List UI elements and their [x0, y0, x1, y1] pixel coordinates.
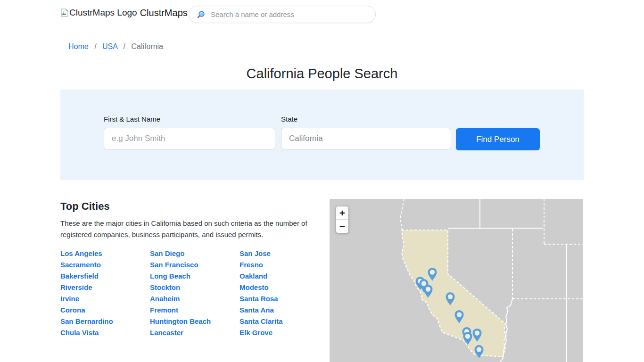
city-link[interactable]: Irvine: [60, 293, 113, 304]
breadcrumb-separator: /: [94, 42, 96, 50]
map-markers-layer: [330, 199, 583, 362]
city-link[interactable]: Corona: [60, 304, 113, 316]
city-link[interactable]: Los Angeles: [60, 248, 113, 259]
logo-alt-text: ClustrMaps Logo: [69, 8, 137, 18]
page-title: California People Search: [0, 66, 644, 82]
name-input[interactable]: [104, 128, 275, 149]
top-cities-heading: Top Cities: [60, 200, 110, 213]
city-link[interactable]: Sacramento: [60, 259, 113, 271]
zoom-out-button[interactable]: −: [336, 220, 348, 233]
search-icon: [197, 10, 205, 18]
city-link[interactable]: Anaheim: [150, 293, 211, 304]
city-link[interactable]: Santa Ana: [239, 304, 283, 316]
city-link[interactable]: Modesto: [239, 282, 283, 293]
state-input[interactable]: [281, 128, 451, 149]
breadcrumb: Home / USA / California: [68, 42, 163, 51]
city-column-2: San Diego San Francisco Long Beach Stock…: [150, 248, 211, 338]
find-person-button[interactable]: Find Person: [456, 128, 540, 150]
city-link[interactable]: Stockton: [150, 282, 211, 293]
city-link[interactable]: Huntington Beach: [150, 316, 211, 327]
city-link[interactable]: Fremont: [150, 304, 211, 316]
logo-text: ClustrMaps: [140, 8, 188, 18]
name-field-label: First & Last Name: [104, 115, 275, 123]
california-people-search-page: ClustrMaps Logo ClustrMaps Home / USA / …: [0, 0, 644, 362]
breadcrumb-separator: /: [124, 42, 125, 50]
city-link[interactable]: San Bernardino: [60, 316, 113, 327]
city-link[interactable]: San Jose: [239, 248, 283, 259]
california-map[interactable]: + −: [330, 199, 583, 362]
city-link[interactable]: San Francisco: [150, 259, 211, 271]
city-link[interactable]: Santa Clarita: [239, 316, 283, 327]
city-link[interactable]: Chula Vista: [60, 327, 113, 338]
map-marker-pin[interactable]: [474, 345, 484, 359]
map-zoom-control: + −: [336, 206, 349, 233]
city-link[interactable]: Long Beach: [150, 271, 211, 282]
breadcrumb-home[interactable]: Home: [68, 42, 89, 50]
map-marker-pin[interactable]: [454, 310, 464, 324]
city-link[interactable]: Lancaster: [150, 327, 211, 338]
header-search: [189, 6, 376, 23]
header: ClustrMaps Logo ClustrMaps: [0, 0, 644, 29]
city-link[interactable]: San Diego: [150, 248, 211, 259]
broken-image-icon: [60, 8, 69, 19]
map-marker-pin[interactable]: [423, 284, 433, 298]
city-column-1: Los Angeles Sacramento Bakersfield River…: [60, 248, 113, 338]
city-link[interactable]: Santa Rosa: [239, 293, 283, 304]
breadcrumb-current: California: [131, 42, 163, 50]
city-link[interactable]: Oakland: [239, 271, 283, 282]
logo-link[interactable]: ClustrMaps Logo ClustrMaps: [60, 8, 188, 19]
breadcrumb-usa[interactable]: USA: [102, 42, 117, 50]
city-link[interactable]: Elk Grove: [239, 327, 283, 338]
city-link[interactable]: Bakersfield: [60, 271, 113, 282]
city-column-3: San Jose Fresno Oakland Modesto Santa Ro…: [239, 248, 283, 338]
map-marker-pin[interactable]: [472, 328, 482, 342]
search-input[interactable]: [211, 10, 369, 18]
map-marker-pin[interactable]: [462, 331, 473, 346]
city-link[interactable]: Riverside: [60, 282, 113, 293]
zoom-in-button[interactable]: +: [336, 206, 348, 220]
city-link[interactable]: Fresno: [239, 259, 283, 271]
people-search-form: First & Last Name State Find Person: [60, 90, 584, 180]
top-cities-description: These are the major cities in California…: [60, 218, 317, 240]
map-marker-pin[interactable]: [445, 292, 455, 306]
state-field-label: State: [281, 115, 451, 123]
